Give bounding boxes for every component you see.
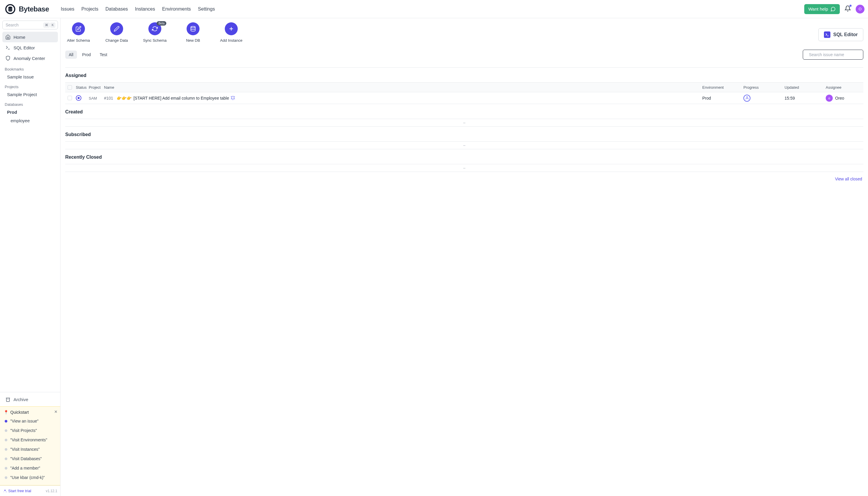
quickstart-visit-environments[interactable]: "Visit Environments" (3, 435, 58, 445)
quickstart-dot (5, 429, 7, 432)
col-assn: Assignee (826, 85, 861, 90)
select-all-checkbox[interactable] (67, 85, 72, 90)
table-header: Status Project Name Environment Progress… (65, 82, 863, 92)
search-placeholder: Search (5, 22, 18, 27)
assignee-avatar: o (826, 95, 833, 102)
sql-editor-button[interactable]: SQL Editor (818, 28, 863, 41)
action-new-db[interactable]: New DB (180, 22, 206, 43)
nav-environments[interactable]: Environments (162, 6, 191, 12)
row-updated: 15:59 (785, 96, 795, 100)
bookmark-sample-issue[interactable]: Sample Issue (2, 73, 58, 81)
row-checkbox[interactable] (67, 96, 72, 100)
sidebar-archive-label: Archive (14, 397, 28, 402)
col-name: Name (104, 85, 702, 90)
user-avatar[interactable]: O (856, 5, 865, 14)
want-help-button[interactable]: Want help (804, 4, 840, 14)
quickstart-close-button[interactable] (54, 409, 58, 415)
sidebar-sql-editor-label: SQL Editor (14, 45, 35, 50)
want-help-label: Want help (808, 6, 828, 12)
project-sample-project[interactable]: Sample Project (2, 90, 58, 99)
subscribed-bell-icon (231, 96, 235, 100)
quickstart-item-label: "Add a member" (10, 466, 40, 470)
created-heading: Created (65, 104, 863, 119)
notification-dot (849, 4, 852, 7)
nav-projects[interactable]: Projects (81, 6, 98, 12)
quickstart-dot (5, 458, 7, 460)
action-change-data[interactable]: Change Data (104, 22, 130, 43)
close-icon (54, 409, 58, 414)
nav-issues[interactable]: Issues (61, 6, 74, 12)
quickstart-panel: 📍 Quickstart "View an issue" "Visit Proj… (0, 406, 60, 485)
issue-id: #101 (104, 96, 113, 100)
nav-databases[interactable]: Databases (106, 6, 128, 12)
nav-instances[interactable]: Instances (135, 6, 155, 12)
issue-row[interactable]: SAM #101 👉👉👉 [START HERE] Add email colu… (65, 92, 863, 104)
issue-search[interactable] (803, 50, 863, 60)
status-open-icon (76, 95, 81, 101)
assignee-name: Oreo (835, 96, 844, 100)
brand-name: Bytebase (19, 5, 49, 13)
notifications-button[interactable] (844, 5, 852, 13)
quickstart-view-issue[interactable]: "View an issue" (3, 416, 58, 426)
env-tabs: All Prod Test (65, 50, 111, 59)
quickstart-dot-active (5, 420, 7, 422)
refresh-icon (152, 26, 158, 32)
edit-square-icon (76, 26, 81, 32)
quickstart-dot (5, 467, 7, 469)
svg-point-5 (191, 27, 196, 28)
plus-icon (228, 26, 234, 32)
sql-editor-label: SQL Editor (833, 32, 858, 37)
quickstart-visit-databases[interactable]: "Visit Databases" (3, 454, 58, 463)
start-free-trial-link[interactable]: Start free trial (3, 489, 31, 493)
top-nav: Issues Projects Databases Instances Envi… (61, 6, 215, 12)
global-search-trigger[interactable]: Search ⌘ K (2, 20, 58, 29)
version-label: v1.12.1 (46, 489, 57, 493)
sidebar-archive-section: Archive (0, 392, 60, 406)
quickstart-item-label: "Visit Databases" (10, 456, 42, 461)
sidebar-home-label: Home (14, 35, 25, 40)
tab-all[interactable]: All (65, 50, 77, 59)
env-prod[interactable]: Prod (2, 108, 58, 117)
sidebar-anomaly-center[interactable]: Anomaly Center (2, 53, 58, 63)
action-label: Sync Schema (143, 38, 167, 43)
action-add-instance[interactable]: Add Instance (218, 22, 245, 43)
main-content: Alter Schema Change Data Beta Sync Schem… (61, 18, 868, 496)
brand-logo[interactable]: Bytebase (5, 3, 49, 15)
pin-icon: 📍 (3, 410, 9, 415)
sidebar-sql-editor[interactable]: SQL Editor (2, 42, 58, 53)
db-employee[interactable]: employee (2, 117, 58, 125)
beta-badge: Beta (157, 21, 166, 26)
closed-empty: – (65, 164, 863, 172)
subscribed-empty: – (65, 142, 863, 149)
quickstart-add-member[interactable]: "Add a member" (3, 463, 58, 473)
database-icon (190, 26, 196, 32)
nav-settings[interactable]: Settings (198, 6, 215, 12)
action-sync-schema[interactable]: Beta Sync Schema (142, 22, 168, 43)
databases-heading: Databases (2, 99, 58, 108)
sparkle-icon (3, 489, 7, 493)
subscribed-heading: Subscribed (65, 127, 863, 141)
quickstart-visit-projects[interactable]: "Visit Projects" (3, 426, 58, 435)
issue-title: [START HERE] Add email column to Employe… (134, 96, 229, 100)
view-all-closed-link[interactable]: View all closed (65, 172, 863, 181)
tab-test[interactable]: Test (96, 50, 111, 59)
action-alter-schema[interactable]: Alter Schema (65, 22, 92, 43)
issue-search-input[interactable] (809, 52, 861, 57)
issue-emoji: 👉👉👉 (117, 96, 131, 100)
sidebar-anomaly-label: Anomaly Center (14, 56, 45, 61)
projects-heading: Projects (2, 81, 58, 90)
quickstart-use-kbar[interactable]: "Use kbar (cmd-k)" (3, 473, 58, 482)
action-label: Change Data (106, 38, 128, 43)
quickstart-item-label: "Visit Projects" (10, 428, 37, 433)
sidebar-home[interactable]: Home (2, 32, 58, 42)
tab-prod[interactable]: Prod (79, 50, 95, 59)
col-upd: Updated (785, 85, 826, 90)
svg-point-11 (746, 97, 747, 98)
quickstart-item-label: "Use kbar (cmd-k)" (10, 475, 45, 480)
quickstart-item-label: "Visit Instances" (10, 447, 40, 452)
archive-icon (5, 397, 11, 402)
sidebar-archive[interactable]: Archive (2, 394, 58, 405)
quickstart-title: Quickstart (10, 410, 29, 415)
quickstart-visit-instances[interactable]: "Visit Instances" (3, 445, 58, 454)
progress-waiting-icon (743, 95, 750, 102)
